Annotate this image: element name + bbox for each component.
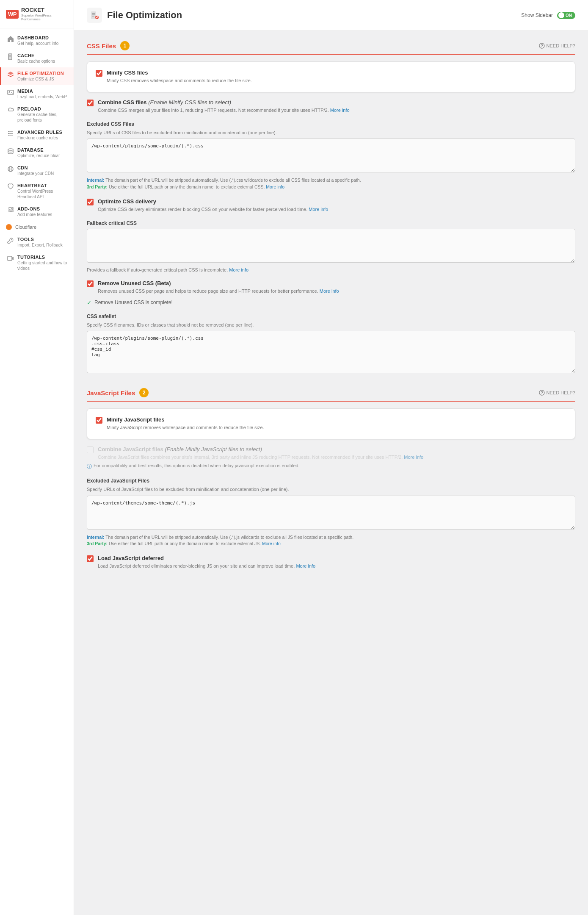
svg-rect-4 <box>8 90 14 94</box>
hint-more-info-css[interactable]: More info <box>266 184 284 189</box>
css-safelist-textarea[interactable] <box>87 331 575 373</box>
cdn-icon <box>7 166 14 172</box>
combine-js-label: Combine JavaScript files (Enable Minify … <box>98 446 575 452</box>
sidebar-item-media-title: MEDIA <box>17 89 68 94</box>
load-deferred-label: Load JavaScript deferred <box>98 555 575 561</box>
remove-unused-desc: Removes unused CSS per page and helps to… <box>98 288 575 295</box>
minify-js-card: Minify JavaScript files Minify JavaScrip… <box>87 408 575 439</box>
load-deferred-option[interactable]: Load JavaScript deferred Load JavaScript… <box>87 555 575 570</box>
sidebar-item-media[interactable]: MEDIA LazyLoad, embeds, WebP <box>0 85 74 103</box>
sidebar-item-heartbeat[interactable]: HEARTBEAT Control WordPress Heartbeat AP… <box>0 180 74 203</box>
load-deferred-desc: Load JavaScript deferred eliminates rend… <box>98 563 575 570</box>
sidebar-item-file-optimization[interactable]: FILE OPTIMIZATION Optimize CSS & JS <box>0 67 74 85</box>
sidebar-item-database-title: DATABASE <box>17 147 68 152</box>
css-section-header: CSS Files 1 NEED HELP? <box>87 41 575 55</box>
svg-point-16 <box>11 239 12 240</box>
page-icon <box>87 8 102 23</box>
sidebar-item-advanced-rules[interactable]: ADVANCED RULES Fine-tune cache rules <box>0 126 74 144</box>
combine-css-checkbox[interactable] <box>87 100 94 106</box>
sidebar-item-cloudflare[interactable]: Cloudflare <box>0 221 74 233</box>
css-need-help[interactable]: NEED HELP? <box>539 43 575 49</box>
hint-3rdparty-label: 3rd Party: <box>87 184 108 189</box>
sidebar-item-addons[interactable]: ADD-ONS Add more features <box>0 203 74 221</box>
optimize-delivery-checkbox[interactable] <box>87 199 94 205</box>
sidebar-item-cache[interactable]: CACHE Basic cache options <box>0 50 74 67</box>
js-help-icon <box>539 390 545 396</box>
logo-sub: Superior WordPress Performance <box>21 14 68 21</box>
optimize-delivery-desc: Optimize CSS delivery eliminates render-… <box>98 206 575 213</box>
optimize-delivery-more-info[interactable]: More info <box>309 207 328 212</box>
page-header: File Optimization Show Sidebar ON <box>74 0 588 31</box>
combine-css-row: Combine CSS files (Enable Minify CSS fil… <box>87 99 575 114</box>
load-deferred-more-info[interactable]: More info <box>296 563 315 568</box>
sidebar-item-tools-title: TOOLS <box>17 237 68 242</box>
minify-js-option[interactable]: Minify JavaScript files Minify JavaScrip… <box>96 416 566 431</box>
load-deferred-checkbox[interactable] <box>87 555 94 562</box>
file-optimization-icon <box>90 11 99 20</box>
remove-unused-more-info[interactable]: More info <box>320 288 339 294</box>
sidebar-toggle[interactable]: ON <box>557 12 575 19</box>
svg-point-5 <box>9 91 10 92</box>
js-title-text: JavaScript Files <box>87 389 135 396</box>
remove-unused-css-option[interactable]: Remove Unused CSS (Beta) Removes unused … <box>87 280 575 295</box>
js-need-help[interactable]: NEED HELP? <box>539 390 575 396</box>
remove-unused-label: Remove Unused CSS (Beta) <box>98 280 575 286</box>
combine-js-desc: Combine JavaScript files combines your s… <box>98 454 575 461</box>
minify-js-checkbox[interactable] <box>96 417 102 424</box>
css-section-title: CSS Files 1 <box>87 41 130 50</box>
combine-js-more-info[interactable]: More info <box>404 455 423 460</box>
excluded-css-textarea[interactable] <box>87 139 575 172</box>
cloud-icon <box>7 107 14 114</box>
sidebar-item-heartbeat-sub: Control WordPress Heartbeat API <box>17 189 68 200</box>
excluded-js-hint: Internal: The domain part of the URL wil… <box>87 534 575 548</box>
js-hint-more-info[interactable]: More info <box>262 541 281 546</box>
fallback-more-info[interactable]: More info <box>229 267 248 272</box>
page-title: File Optimization <box>107 10 182 21</box>
combine-js-italic: (Enable Minify JavaScript files to selec… <box>165 446 262 452</box>
main-content: CSS Files 1 NEED HELP? Minify CSS files … <box>74 31 588 588</box>
puzzle-icon <box>7 207 14 214</box>
css-section-badge: 1 <box>120 41 130 50</box>
combine-js-option[interactable]: Combine JavaScript files (Enable Minify … <box>87 446 575 461</box>
css-safelist-label: CSS safelist <box>87 313 575 319</box>
svg-point-23 <box>541 394 542 394</box>
js-section-badge: 2 <box>139 388 149 397</box>
excluded-js-textarea[interactable] <box>87 496 575 530</box>
sidebar-item-tutorials[interactable]: TUTORIALS Getting started and how to vid… <box>0 251 74 274</box>
fallback-css-textarea[interactable] <box>87 229 575 263</box>
remove-unused-success: ✓ Remove Unused CSS is complete! <box>87 299 575 306</box>
sidebar-item-tools[interactable]: TOOLS Import, Export, Rollback <box>0 233 74 251</box>
combine-css-more-info[interactable]: More info <box>330 108 350 113</box>
fallback-css-row: Fallback critical CSS Provides a fallbac… <box>87 220 575 272</box>
logo-area: WP ROCKET Superior WordPress Performance <box>0 0 74 28</box>
svg-rect-9 <box>8 131 9 132</box>
js-hint-internal-label: Internal: <box>87 535 104 540</box>
sidebar-item-cdn[interactable]: CDN Integrate your CDN <box>0 162 74 180</box>
sidebar-item-preload[interactable]: PRELOAD Generate cache files, preload fo… <box>0 103 74 126</box>
minify-js-desc: Minify JavaScript removes whitespace and… <box>107 424 566 431</box>
hint-3rdparty-text: Use either the full URL path or only the… <box>108 184 265 189</box>
remove-unused-text: Remove Unused CSS (Beta) Removes unused … <box>98 280 575 295</box>
js-hint-3rdparty-label: 3rd Party: <box>87 541 108 546</box>
fallback-hint-text: Provides a fallback if auto-generated cr… <box>87 267 228 272</box>
minify-css-option[interactable]: Minify CSS files Minify CSS removes whit… <box>96 69 566 84</box>
svg-rect-11 <box>8 135 9 136</box>
minify-css-checkbox[interactable] <box>96 70 102 77</box>
file-icon <box>7 53 14 60</box>
combine-js-checkbox[interactable] <box>87 446 94 453</box>
minify-js-label: Minify JavaScript files <box>107 416 566 423</box>
header-left: File Optimization <box>87 8 182 23</box>
sidebar-item-addons-title: ADD-ONS <box>17 206 68 211</box>
sidebar-item-dashboard[interactable]: DASHBOARD Get help, account info <box>0 32 74 50</box>
load-deferred-checkbox-wrap <box>87 555 94 563</box>
remove-unused-checkbox[interactable] <box>87 280 94 287</box>
combine-js-compat-text: For compatibility and best results, this… <box>94 463 300 468</box>
hint-internal-text: The domain part of the URL will be strip… <box>104 177 361 183</box>
sidebar-item-database[interactable]: DATABASE Optimize, reduce bloat <box>0 144 74 162</box>
excluded-js-label: Excluded JavaScript Files <box>87 478 575 484</box>
optimize-css-delivery-option[interactable]: Optimize CSS delivery Optimize CSS deliv… <box>87 198 575 213</box>
sidebar-item-advrules-sub: Fine-tune cache rules <box>17 135 68 141</box>
combine-css-option[interactable]: Combine CSS files (Enable Minify CSS fil… <box>87 99 575 114</box>
optimize-delivery-desc-text: Optimize CSS delivery eliminates render-… <box>98 207 307 212</box>
sidebar-item-dashboard-title: DASHBOARD <box>17 35 68 40</box>
